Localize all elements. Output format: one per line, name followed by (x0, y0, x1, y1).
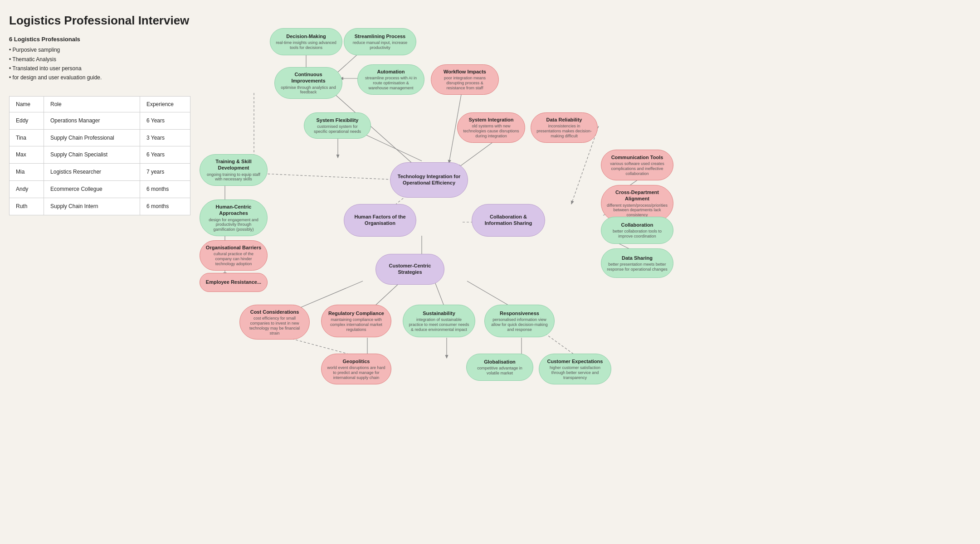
svg-line-8 (252, 173, 413, 180)
node-collaboration: Collaboration better collaboration tools… (601, 217, 673, 244)
table-row: EddyOperations Manager6 Years (10, 112, 190, 129)
bullet-1: Purposive sampling (9, 45, 190, 54)
col-role: Role (44, 97, 140, 112)
node-system-integration: System Integration old systems with new … (457, 112, 525, 143)
node-responsiveness: Responsiveness personalised information … (484, 305, 555, 337)
bullet-2: Thematic Analysis (9, 55, 190, 64)
node-globalisation: Globalisation competitive advantage in v… (466, 354, 533, 381)
node-communication-tools: Communication Tools various software use… (601, 150, 673, 180)
subtitle: 6 Logistics Professionals (9, 36, 190, 43)
node-customer-expectations: Customer Expectations higher customer sa… (539, 354, 611, 384)
node-cost-considerations: Cost Considerations cost efficiency for … (239, 305, 310, 340)
node-streamlining: Streamlining Process reduce manual input… (344, 28, 416, 55)
table-row: TinaSupply Chain Professional3 Years (10, 129, 190, 146)
node-sustainability: Sustainability integration of sustainabl… (403, 305, 475, 337)
node-geopolitics: Geopolitics world event disruptions are … (321, 354, 391, 384)
node-regulatory-compliance: Regulatory Compliance maintaining compli… (321, 305, 391, 337)
node-human-factors: Human Factors of the Organisation (344, 204, 416, 237)
page-title: Logistics Professional Interview (9, 14, 190, 28)
table-row: MaxSupply Chain Specialist6 Years (10, 146, 190, 164)
node-collaboration-info: Collaboration & Information Sharing (472, 204, 545, 237)
svg-line-9 (361, 132, 422, 161)
node-workflow-impacts: Workflow Impacts poor integration means … (431, 64, 499, 95)
page: Logistics Professional Interview 6 Logis… (0, 0, 980, 544)
bullet-3: Translated into user persona (9, 64, 190, 73)
node-customer-centric: Customer-Centric Strategies (375, 254, 444, 285)
table-row: RuthSupply Chain Intern6 months (10, 198, 190, 214)
node-system-flexibility: System Flexibility customised system for… (304, 112, 371, 139)
node-continuous-improvements: Continuous Improvements optimise through… (274, 67, 342, 99)
node-cross-dept: Cross-Department Alignment different sys… (601, 185, 673, 222)
left-panel: Logistics Professional Interview 6 Logis… (9, 14, 200, 530)
bullet-list: Purposive sampling Thematic Analysis Tra… (9, 45, 190, 83)
node-employee-resistance: Employee Resistance... (200, 273, 268, 292)
col-name: Name (10, 97, 44, 112)
node-data-reliability: Data Reliability inconsistencies in pres… (531, 112, 598, 143)
table-row: MiaLogistics Researcher7 years (10, 164, 190, 181)
node-automation: Automation streamline process with AI in… (357, 64, 424, 95)
node-human-centric: Human-Centric Approaches design for enga… (200, 199, 268, 236)
node-tech-integration: Technology Integration for Operational E… (390, 162, 468, 198)
diagram-area: Decision-Making real-time insights using… (200, 14, 971, 530)
node-data-sharing: Data Sharing better presentation meets b… (601, 248, 673, 278)
node-org-barriers: Organisational Barriers cultural practic… (200, 240, 268, 271)
node-training: Training & Skill Development ongoing tra… (200, 154, 268, 186)
bullet-4: for design and user evaluation guide. (9, 73, 190, 82)
table-row: AndyEcommerce Collegue6 months (10, 180, 190, 198)
col-exp: Experience (140, 97, 190, 112)
professionals-table: Name Role Experience EddyOperations Mana… (9, 96, 190, 215)
node-decision-making: Decision-Making real-time insights using… (270, 28, 342, 55)
